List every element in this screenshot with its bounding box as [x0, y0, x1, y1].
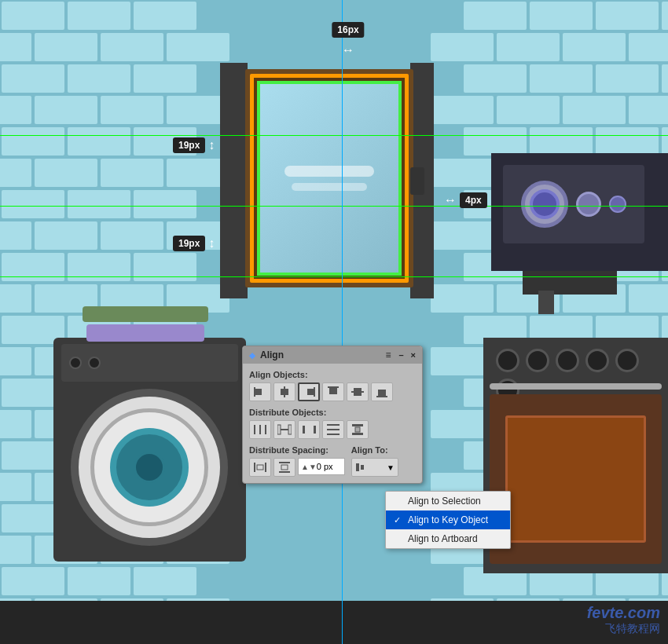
- align-panel-diamond-icon: ◆: [249, 351, 255, 360]
- align-panel-close-icon[interactable]: ×: [411, 350, 416, 360]
- distribute-spacing-section: Distribute Spacing: ▲▼ 0 px: [249, 445, 345, 477]
- align-panel-body: Align Objects: Distribute Objects:: [243, 364, 422, 483]
- align-to-dropdown-menu: Align to Selection ✓ Align to Key Object…: [385, 491, 511, 549]
- align-objects-label: Align Objects:: [249, 370, 416, 379]
- space-v-btn[interactable]: [273, 458, 295, 477]
- washer-inner-circle: [134, 452, 165, 483]
- align-right-btn[interactable]: [298, 382, 320, 401]
- distribute-spacing-label: Distribute Spacing:: [249, 445, 345, 455]
- svg-rect-7: [329, 388, 337, 394]
- burner-1: [496, 349, 519, 372]
- measure-16-arrow: ↔: [342, 44, 354, 57]
- svg-rect-11: [378, 390, 386, 396]
- svg-rect-30: [279, 471, 290, 473]
- svg-rect-13: [259, 425, 261, 434]
- device-arm: [538, 291, 554, 314]
- measure-4-label: 4px: [460, 192, 487, 208]
- watermark: fevte.com 飞特教程网: [587, 604, 660, 636]
- spacing-input[interactable]: 0 px: [317, 462, 342, 471]
- svg-rect-22: [327, 434, 340, 435]
- svg-rect-20: [327, 424, 340, 426]
- align-panel-titlebar: ◆ Align ≡ – ×: [243, 346, 422, 364]
- svg-rect-33: [361, 465, 364, 470]
- align-to-dropdown-btn[interactable]: ▼: [351, 458, 398, 477]
- align-panel-title-text: Align: [260, 349, 380, 360]
- main-lens: [530, 189, 560, 219]
- align-bottom-btn[interactable]: [371, 382, 393, 401]
- washer-knob-1: [69, 357, 82, 369]
- dropdown-item-align-selection[interactable]: Align to Selection: [386, 492, 510, 510]
- watermark-line2: 飞特教程网: [587, 622, 660, 636]
- dist-top-btn[interactable]: [322, 420, 344, 439]
- measure-16-label: 16px: [332, 22, 364, 38]
- dist-middle-v-btn[interactable]: [347, 420, 369, 439]
- washing-machine: [53, 338, 246, 562]
- dist-right-btn[interactable]: [298, 420, 320, 439]
- align-panel: ◆ Align ≡ – × Align Objects:: [242, 346, 423, 484]
- align-center-h-btn[interactable]: [273, 382, 295, 401]
- svg-rect-5: [307, 389, 314, 395]
- svg-rect-25: [355, 427, 360, 432]
- guide-horizontal-top: [0, 135, 668, 136]
- svg-rect-18: [303, 426, 305, 434]
- dist-left-btn[interactable]: [249, 420, 271, 439]
- spacing-buttons: ▲▼ 0 px: [249, 458, 345, 477]
- align-to-section: Align To: ▼: [351, 445, 416, 477]
- space-h-btn[interactable]: [249, 458, 271, 477]
- svg-rect-29: [279, 462, 290, 463]
- dropdown-item-align-artboard[interactable]: Align to Artboard: [386, 529, 510, 548]
- door-handle: [410, 167, 424, 195]
- svg-rect-24: [352, 433, 363, 435]
- svg-rect-3: [281, 389, 288, 395]
- guide-horizontal-middle: [0, 206, 668, 207]
- glass-reflection-1: [284, 166, 374, 177]
- svg-rect-27: [265, 463, 266, 472]
- guide-horizontal-bottom: [0, 276, 668, 277]
- svg-rect-12: [254, 425, 255, 434]
- svg-rect-6: [328, 386, 339, 388]
- oven: [483, 338, 668, 573]
- burner-4: [585, 349, 609, 372]
- guide-vertical: [342, 0, 343, 644]
- svg-rect-31: [281, 465, 288, 470]
- dist-center-h-btn[interactable]: [273, 420, 295, 439]
- center-door: [245, 69, 413, 287]
- svg-rect-4: [314, 387, 315, 397]
- align-panel-menu-icon[interactable]: ≡: [385, 349, 391, 360]
- dropdown-item-align-key-object[interactable]: ✓ Align to Key Object: [386, 510, 510, 529]
- svg-rect-1: [255, 389, 262, 395]
- spacing-input-wrapper: ▲▼ 0 px: [298, 458, 345, 475]
- burner-2: [526, 349, 549, 372]
- svg-rect-9: [354, 388, 362, 396]
- measure-19-bottom-arrow: ↕: [208, 236, 215, 251]
- watermark-line1: fevte.com: [587, 604, 660, 622]
- align-objects-buttons: [249, 382, 416, 401]
- burner-5: [615, 349, 639, 372]
- align-panel-minimize-icon[interactable]: –: [398, 350, 403, 360]
- bottom-shelf: [0, 601, 668, 644]
- oven-handle: [490, 383, 662, 390]
- camera-device: [491, 153, 668, 271]
- burner-3: [556, 349, 579, 372]
- svg-rect-21: [327, 429, 340, 430]
- left-wall-panel: [220, 63, 248, 298]
- align-left-btn[interactable]: [249, 382, 271, 401]
- svg-rect-23: [352, 424, 363, 426]
- align-middle-v-btn[interactable]: [347, 382, 369, 401]
- align-top-btn[interactable]: [322, 382, 344, 401]
- measure-19-bottom: 19px ↕: [173, 236, 215, 251]
- device-bracket: [523, 271, 617, 295]
- svg-rect-19: [314, 426, 316, 434]
- bottom-section: Distribute Spacing: ▲▼ 0 px Align To:: [249, 445, 416, 477]
- svg-rect-26: [254, 463, 255, 472]
- svg-rect-16: [277, 425, 281, 434]
- svg-rect-28: [257, 465, 263, 470]
- oven-window: [505, 415, 647, 543]
- svg-rect-10: [376, 396, 387, 397]
- distribute-objects-label: Distribute Objects:: [249, 408, 416, 417]
- washer-drum: [71, 389, 228, 546]
- dropdown-label-align-artboard: Align to Artboard: [408, 533, 478, 544]
- dropdown-label-align-selection: Align to Selection: [408, 496, 481, 507]
- folded-clothes: [79, 306, 212, 342]
- check-key-object: ✓: [394, 515, 403, 525]
